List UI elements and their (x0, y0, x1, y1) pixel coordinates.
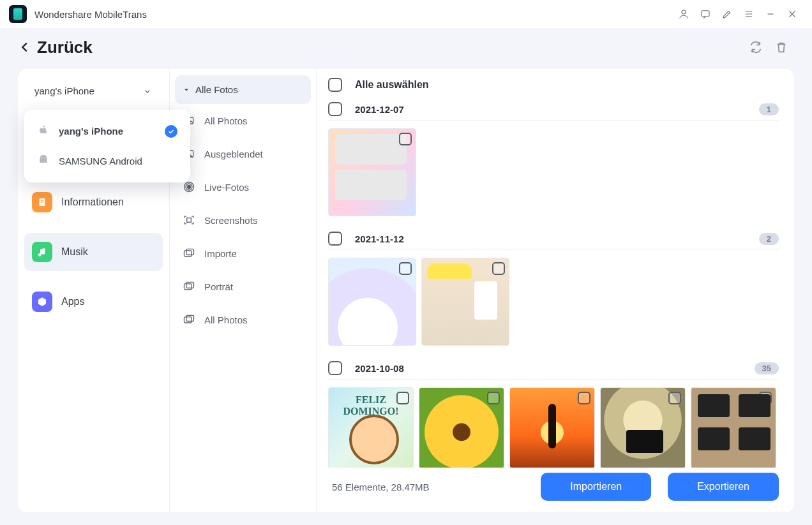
minimize-button[interactable] (760, 3, 781, 25)
album-item-all[interactable]: All Photos (175, 104, 311, 137)
edit-icon[interactable] (716, 3, 738, 25)
photos-icon (183, 313, 195, 326)
titlebar: Wondershare MobileTrans (0, 0, 812, 28)
sidebar-item-music[interactable]: Musik (24, 233, 163, 271)
svg-point-0 (682, 10, 686, 14)
group-count: 2 (759, 233, 779, 245)
thumb-row (328, 121, 779, 228)
group-checkbox[interactable] (328, 232, 342, 246)
account-icon[interactable] (673, 3, 695, 25)
back-row: Zurück (0, 28, 812, 66)
group-date: 2021-11-12 (355, 233, 746, 244)
thumb-checkbox[interactable] (759, 392, 772, 404)
footer: 56 Elemente, 28.47MB Importieren Exporti… (328, 468, 783, 512)
album-item-all2[interactable]: All Photos (175, 303, 311, 336)
album-header-label: Alle Fotos (195, 84, 238, 95)
chevron-left-icon (18, 40, 32, 54)
svg-rect-1 (702, 11, 709, 17)
back-button[interactable]: Zurück (18, 38, 93, 57)
sync-icon[interactable] (743, 34, 769, 60)
album-item-screenshots[interactable]: Screenshots (175, 203, 311, 237)
sidebar-item-apps[interactable]: Apps (24, 283, 163, 321)
close-button[interactable] (781, 3, 803, 25)
app-title: Wondershare MobileTrans (34, 9, 147, 20)
group-count: 1 (759, 103, 779, 115)
thumb-checkbox[interactable] (668, 392, 681, 404)
device-dropdown: yang's iPhone SAMSUNG Android (24, 110, 190, 182)
svg-rect-14 (184, 284, 192, 290)
music-icon (32, 242, 52, 262)
device-selector[interactable]: yang's iPhone (24, 78, 163, 104)
select-all-checkbox[interactable] (328, 78, 342, 92)
group-date: 2021-12-07 (355, 104, 746, 115)
album-item-portrait[interactable]: Porträt (175, 270, 311, 303)
album-item-label: Porträt (204, 281, 233, 292)
group-count: 35 (755, 362, 779, 374)
thumb-checkbox[interactable] (487, 392, 500, 404)
device-option-android[interactable]: SAMSUNG Android (28, 146, 186, 176)
thumb-row (328, 250, 779, 357)
device-option-iphone[interactable]: yang's iPhone (28, 116, 186, 146)
svg-rect-11 (187, 218, 192, 223)
thumb-checkbox[interactable] (578, 392, 590, 404)
group-checkbox[interactable] (328, 361, 342, 375)
album-item-label: All Photos (204, 314, 248, 325)
svg-rect-13 (186, 249, 194, 255)
content-scroll[interactable]: 2021-12-07 1 2021-11-12 2 2021-10-08 35 (328, 98, 783, 468)
album-item-label: All Photos (204, 115, 248, 126)
trash-icon[interactable] (769, 34, 794, 60)
svg-rect-16 (184, 317, 192, 323)
main-card: yang's iPhone Videos Informationen Musik… (18, 69, 794, 512)
sidebar: yang's iPhone Videos Informationen Musik… (18, 69, 170, 512)
sidebar-item-label: Musik (61, 246, 88, 258)
sidebar-item-info[interactable]: Informationen (24, 183, 163, 221)
photo-thumbnail[interactable] (328, 258, 416, 346)
apple-icon (37, 124, 50, 138)
thumb-checkbox[interactable] (399, 262, 412, 275)
triangle-down-icon (183, 86, 190, 94)
device-option-label: yang's iPhone (59, 126, 123, 137)
album-item-live[interactable]: Live-Fotos (175, 170, 311, 203)
portrait-icon (183, 280, 195, 293)
screenshot-icon (183, 214, 195, 226)
svg-rect-12 (184, 251, 192, 256)
check-icon (165, 125, 177, 138)
feedback-icon[interactable] (695, 3, 716, 25)
app-logo (9, 5, 27, 23)
photo-thumbnail[interactable] (328, 128, 416, 216)
photo-thumbnail[interactable] (419, 387, 504, 468)
album-item-label: Importe (204, 248, 237, 259)
album-header[interactable]: Alle Fotos (175, 75, 311, 104)
photo-thumbnail[interactable] (600, 387, 686, 468)
svg-rect-15 (186, 282, 194, 288)
thumb-row (328, 380, 779, 468)
photo-thumbnail[interactable] (328, 387, 414, 468)
thumb-checkbox[interactable] (492, 262, 505, 275)
group-checkbox[interactable] (328, 102, 342, 116)
select-all-row: Alle auswählen (328, 75, 783, 98)
album-item-label: Ausgeblendet (204, 149, 263, 159)
photo-thumbnail[interactable] (509, 387, 595, 468)
photo-thumbnail[interactable] (421, 258, 509, 346)
thumb-checkbox[interactable] (399, 133, 412, 145)
apps-icon (32, 292, 52, 312)
album-item-imports[interactable]: Importe (175, 237, 311, 270)
svg-point-8 (188, 186, 191, 189)
menu-icon[interactable] (738, 3, 760, 25)
thumb-checkbox[interactable] (396, 392, 409, 404)
import-button[interactable]: Importieren (541, 473, 651, 501)
album-item-hidden[interactable]: Ausgeblendet (175, 137, 311, 170)
album-item-label: Live-Fotos (204, 182, 249, 193)
chevron-down-icon (142, 86, 153, 96)
photo-thumbnail[interactable] (691, 387, 776, 468)
content-pane: Alle auswählen 2021-12-07 1 2021-11-12 2 (317, 69, 794, 512)
sidebar-item-label: Informationen (61, 196, 124, 208)
svg-rect-17 (186, 315, 194, 321)
android-icon (37, 154, 50, 168)
select-all-label: Alle auswählen (355, 79, 429, 91)
export-button[interactable]: Exportieren (668, 473, 779, 501)
svg-point-4 (44, 158, 45, 158)
group-header: 2021-12-07 1 (328, 98, 779, 121)
info-icon (32, 192, 52, 212)
album-column: Alle Fotos All Photos Ausgeblendet Live-… (170, 69, 317, 512)
